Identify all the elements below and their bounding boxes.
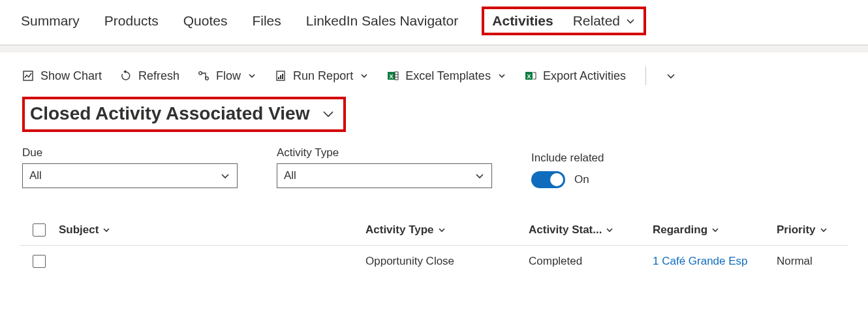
- cmd-excel-templates[interactable]: X Excel Templates: [387, 69, 506, 83]
- chevron-down-icon: [220, 171, 230, 181]
- cell-priority: Normal: [777, 255, 848, 268]
- chevron-down-icon: [711, 226, 719, 234]
- filter-activity-type-select[interactable]: All: [277, 163, 492, 188]
- svg-rect-6: [282, 74, 283, 79]
- activities-grid: Subject Activity Type Activity Stat... R…: [0, 195, 868, 277]
- col-header-activity-status-label: Activity Stat...: [529, 223, 602, 237]
- chevron-down-icon: [820, 226, 828, 234]
- col-header-regarding[interactable]: Regarding: [653, 223, 719, 237]
- cmd-overflow[interactable]: [666, 71, 676, 81]
- filter-include-related: Include related On: [531, 152, 604, 188]
- filter-due-select[interactable]: All: [22, 163, 238, 188]
- view-selector-row: Closed Activity Associated View: [0, 90, 868, 132]
- grid-header-row: Subject Activity Type Activity Stat... R…: [20, 214, 848, 246]
- svg-rect-9: [395, 72, 398, 80]
- cmd-refresh[interactable]: Refresh: [120, 69, 179, 83]
- cell-regarding-link[interactable]: 1 Café Grande Esp: [653, 255, 777, 268]
- highlight-activities-related: Activities Related: [482, 7, 646, 35]
- include-related-toggle[interactable]: [531, 171, 565, 188]
- highlight-view-selector: Closed Activity Associated View: [22, 97, 346, 132]
- cell-activity-status: Completed: [529, 255, 653, 268]
- cmd-run-report[interactable]: Run Report: [275, 69, 369, 83]
- chevron-down-icon: [625, 16, 636, 26]
- chevron-down-icon: [438, 226, 446, 234]
- excel-icon: X: [387, 70, 399, 82]
- cmd-run-report-label: Run Report: [293, 69, 353, 83]
- svg-rect-5: [280, 75, 281, 79]
- svg-text:X: X: [527, 73, 531, 80]
- select-all-checkbox[interactable]: [33, 223, 46, 237]
- filters-row: Due All Activity Type All Include relate…: [0, 132, 868, 195]
- cmd-excel-templates-label: Excel Templates: [405, 69, 491, 83]
- cmd-show-chart-label: Show Chart: [40, 69, 102, 83]
- col-header-activity-status[interactable]: Activity Stat...: [529, 223, 613, 237]
- filter-include-related-label: Include related: [531, 152, 604, 165]
- divider-strip: [0, 46, 868, 52]
- command-bar: Show Chart Refresh Flow Run Report X Exc…: [0, 52, 868, 90]
- filter-due: Due All: [22, 146, 238, 188]
- tab-linkedin[interactable]: LinkedIn Sales Navigator: [305, 10, 459, 31]
- cmd-flow-label: Flow: [216, 69, 241, 83]
- col-header-priority-label: Priority: [777, 223, 816, 237]
- table-row[interactable]: Opportunity Close Completed 1 Café Grand…: [20, 246, 848, 277]
- svg-point-1: [199, 72, 202, 75]
- command-divider: [645, 67, 646, 85]
- filter-activity-type: Activity Type All: [277, 146, 492, 188]
- cmd-refresh-label: Refresh: [138, 69, 179, 83]
- cmd-export-activities-label: Export Activities: [543, 69, 626, 83]
- chevron-down-icon[interactable]: [321, 107, 335, 121]
- include-related-value: On: [574, 173, 589, 186]
- chevron-down-icon: [474, 171, 485, 181]
- filter-due-label: Due: [22, 146, 238, 159]
- col-header-regarding-label: Regarding: [653, 223, 707, 237]
- record-tabs: Summary Products Quotes Files LinkedIn S…: [0, 0, 868, 46]
- tab-activities[interactable]: Activities: [491, 10, 554, 31]
- excel-export-icon: X: [525, 70, 536, 82]
- col-header-subject[interactable]: Subject: [59, 223, 110, 237]
- chart-icon: [22, 70, 34, 82]
- chevron-down-icon: [606, 226, 613, 234]
- tab-products[interactable]: Products: [103, 10, 160, 31]
- chevron-down-icon: [360, 71, 369, 80]
- tab-quotes[interactable]: Quotes: [182, 10, 229, 31]
- flow-icon: [198, 70, 209, 82]
- row-checkbox[interactable]: [33, 255, 46, 268]
- tab-summary[interactable]: Summary: [20, 10, 81, 31]
- cell-activity-type: Opportunity Close: [365, 255, 529, 268]
- filter-activity-type-value: All: [284, 169, 296, 182]
- tab-related-label: Related: [573, 13, 620, 29]
- report-icon: [275, 70, 287, 82]
- cmd-export-activities[interactable]: X Export Activities: [525, 69, 626, 83]
- toggle-knob: [550, 173, 563, 186]
- tab-files[interactable]: Files: [251, 10, 282, 31]
- svg-rect-4: [278, 77, 279, 79]
- col-header-subject-label: Subject: [59, 223, 99, 237]
- col-header-priority[interactable]: Priority: [777, 223, 828, 237]
- cmd-flow[interactable]: Flow: [198, 69, 256, 83]
- chevron-down-icon: [497, 71, 506, 80]
- chevron-down-icon: [102, 226, 110, 234]
- filter-activity-type-label: Activity Type: [277, 146, 492, 159]
- view-title[interactable]: Closed Activity Associated View: [30, 103, 309, 124]
- filter-due-value: All: [29, 169, 42, 182]
- col-header-activity-type-label: Activity Type: [365, 223, 434, 237]
- cmd-show-chart[interactable]: Show Chart: [22, 69, 102, 83]
- svg-rect-0: [23, 71, 33, 80]
- tab-related[interactable]: Related: [572, 10, 637, 31]
- col-header-activity-type[interactable]: Activity Type: [365, 223, 446, 237]
- chevron-down-icon: [247, 71, 256, 80]
- svg-text:X: X: [390, 73, 394, 80]
- chevron-down-icon: [666, 71, 676, 81]
- refresh-icon: [120, 70, 132, 82]
